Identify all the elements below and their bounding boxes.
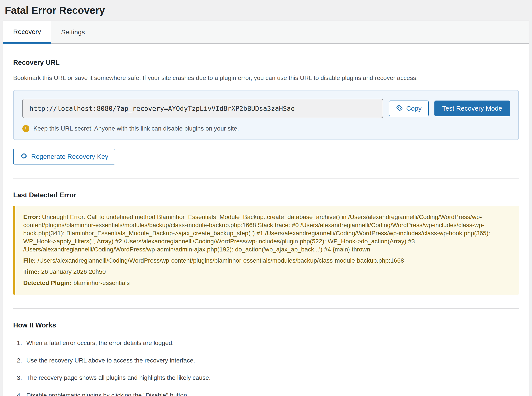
error-text: Uncaught Error: Call to undefined method… [23, 214, 490, 253]
error-time: Time: 26 January 2026 20h50 [23, 268, 510, 276]
list-item: When a fatal error occurs, the error det… [24, 339, 519, 347]
divider [13, 178, 519, 179]
error-plugin-label: Detected Plugin: [23, 280, 72, 286]
recovery-url-input[interactable] [22, 99, 383, 118]
secret-warning-text: Keep this URL secret! Anyone with this l… [33, 125, 239, 132]
test-recovery-mode-label: Test Recovery Mode [442, 105, 502, 112]
recovery-url-panel: Copy Test Recovery Mode ! Keep this URL … [13, 90, 519, 140]
how-it-works-heading: How It Works [13, 321, 519, 329]
alert-circle-icon: ! [22, 125, 29, 132]
error-plugin: Detected Plugin: blaminhor-essentials [23, 279, 510, 287]
error-label: Error: [23, 214, 40, 220]
how-it-works-list: When a fatal error occurs, the error det… [13, 339, 519, 396]
tab-recovery[interactable]: Recovery [3, 21, 51, 44]
error-message: Error: Uncaught Error: Call to undefined… [23, 213, 510, 254]
tab-recovery-label: Recovery [13, 28, 41, 35]
copy-button-label: Copy [406, 105, 422, 112]
recovery-url-description: Bookmark this URL or save it somewhere s… [13, 74, 519, 82]
copy-button[interactable]: Copy [389, 100, 429, 116]
list-item: Use the recovery URL above to access the… [24, 356, 519, 365]
error-time-value: 26 January 2026 20h50 [41, 268, 106, 275]
recovery-url-heading: Recovery URL [13, 59, 519, 67]
tab-settings-label: Settings [61, 29, 85, 36]
regenerate-key-button[interactable]: Regenerate Recovery Key [13, 149, 115, 164]
regenerate-key-label: Regenerate Recovery Key [31, 153, 108, 160]
list-item: Disable problematic plugins by clicking … [24, 391, 519, 396]
tab-bar: Recovery Settings [3, 21, 529, 44]
list-item: The recovery page shows all plugins and … [24, 374, 519, 382]
secret-warning: ! Keep this URL secret! Anyone with this… [22, 125, 510, 132]
error-file-value: /Users/alexandregiannelli/Coding/WordPre… [37, 257, 404, 264]
refresh-icon [20, 152, 28, 161]
page: Fatal Error Recovery Recovery Settings R… [0, 0, 532, 396]
tab-content: Recovery URL Bookmark this URL or save i… [3, 44, 529, 396]
error-file: File: /Users/alexandregiannelli/Coding/W… [23, 257, 510, 265]
last-error-heading: Last Detected Error [13, 191, 519, 199]
error-time-label: Time: [23, 268, 39, 275]
tab-settings[interactable]: Settings [51, 21, 95, 43]
test-recovery-mode-button[interactable]: Test Recovery Mode [434, 100, 510, 116]
error-plugin-value: blaminhor-essentials [73, 280, 130, 286]
clipboard-icon [396, 104, 403, 113]
error-file-label: File: [23, 257, 36, 264]
page-title: Fatal Error Recovery [5, 4, 529, 16]
main-card: Recovery Settings Recovery URL Bookmark … [3, 21, 529, 396]
recovery-url-row: Copy Test Recovery Mode [22, 99, 510, 118]
divider [13, 308, 519, 309]
error-notice: Error: Uncaught Error: Call to undefined… [13, 206, 519, 295]
